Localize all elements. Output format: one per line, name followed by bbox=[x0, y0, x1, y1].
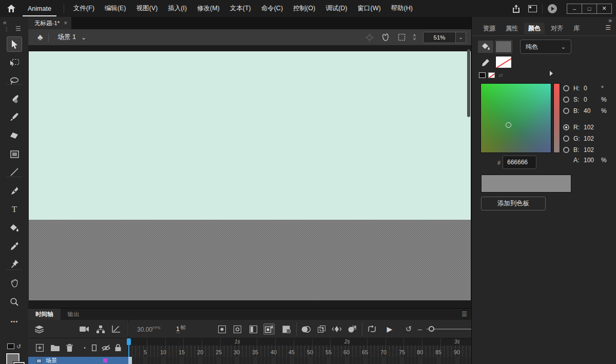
color-slider[interactable] bbox=[553, 83, 560, 153]
stage-vertical-scrollbar[interactable] bbox=[467, 49, 470, 117]
minimize-button[interactable]: – bbox=[567, 4, 582, 14]
clip-content-icon[interactable] bbox=[397, 33, 406, 42]
stroke-color-chip[interactable] bbox=[13, 362, 25, 364]
paint-bucket-tool[interactable] bbox=[7, 220, 22, 236]
create-tween-icon[interactable] bbox=[331, 323, 342, 335]
camera-icon[interactable] bbox=[79, 323, 90, 335]
loop-icon[interactable] bbox=[366, 323, 377, 335]
menu-edit[interactable]: 编辑(E) bbox=[100, 0, 131, 17]
r-radio-selected[interactable] bbox=[563, 124, 569, 130]
add-to-swatches-button[interactable]: 添加到色板 bbox=[481, 197, 546, 210]
timeline-menu-icon[interactable]: ☰ bbox=[461, 311, 467, 318]
playhead-handle[interactable] bbox=[127, 338, 131, 345]
insert-blank-keyframe-icon[interactable] bbox=[232, 323, 243, 335]
swap-colors-icon[interactable]: ↺ bbox=[16, 343, 21, 350]
highlight-column-icon[interactable]: • bbox=[80, 342, 90, 353]
new-folder-icon[interactable] bbox=[50, 342, 60, 353]
b-radio[interactable] bbox=[563, 108, 569, 114]
outline-column-icon[interactable] bbox=[89, 342, 99, 353]
menu-text[interactable]: 文本(T) bbox=[225, 0, 256, 17]
menu-modify[interactable]: 修改(M) bbox=[192, 0, 225, 17]
menu-debug[interactable]: 调试(D) bbox=[320, 0, 352, 17]
stage-canvas[interactable] bbox=[29, 51, 471, 220]
workspace-icon[interactable] bbox=[526, 3, 539, 14]
timeline-zoom-track[interactable] bbox=[427, 329, 478, 330]
g-radio[interactable] bbox=[563, 136, 569, 142]
layer-outline-color-swatch[interactable] bbox=[103, 358, 107, 362]
zoom-chevron-down-icon[interactable]: ⌄ bbox=[455, 32, 466, 43]
panel-menu-icon[interactable]: ☰ bbox=[605, 24, 611, 31]
lasso-tool[interactable] bbox=[7, 73, 22, 88]
timeline-ruler[interactable]: 1s 2s 3s 5 10 15 20 25 30 35 40 45 50 55… bbox=[128, 338, 471, 357]
auto-keyframe-icon[interactable] bbox=[263, 323, 275, 335]
fluid-brush-tool[interactable] bbox=[7, 91, 22, 107]
tab-close-icon[interactable]: × bbox=[64, 20, 67, 27]
tab-properties[interactable]: 属性 bbox=[502, 23, 522, 34]
layer-row[interactable]: 场景 bbox=[28, 357, 128, 364]
insert-keyframe-icon[interactable] bbox=[216, 323, 227, 335]
color-picker-marker[interactable] bbox=[506, 122, 511, 128]
stroke-pencil-icon[interactable] bbox=[478, 56, 493, 68]
center-stage-icon[interactable] bbox=[365, 33, 374, 42]
line-tool[interactable] bbox=[7, 164, 22, 180]
eyedropper-tool[interactable] bbox=[7, 238, 22, 254]
timeline-zoom-knob[interactable] bbox=[429, 326, 434, 332]
reset-timeline-zoom-icon[interactable]: ↺ bbox=[403, 323, 414, 335]
menu-help[interactable]: 帮助(H) bbox=[386, 0, 418, 17]
maximize-button[interactable]: □ bbox=[582, 4, 597, 14]
h-value[interactable]: 0 bbox=[584, 85, 601, 92]
eraser-tool[interactable] bbox=[7, 128, 22, 143]
remove-frame-icon[interactable] bbox=[281, 323, 292, 335]
zoom-tool[interactable] bbox=[7, 294, 22, 310]
new-layer-icon[interactable] bbox=[34, 342, 45, 353]
hide-all-eye-icon[interactable] bbox=[101, 342, 111, 353]
onion-skin-icon[interactable] bbox=[300, 323, 312, 335]
menu-control[interactable]: 控制(O) bbox=[288, 0, 320, 17]
lock-all-icon[interactable] bbox=[113, 342, 123, 353]
scene-chevron-down-icon[interactable]: ⌄ bbox=[81, 34, 86, 41]
menu-view[interactable]: 视图(V) bbox=[131, 0, 163, 17]
color-type-dropdown[interactable]: 纯色 ⌄ bbox=[520, 40, 571, 54]
h-radio[interactable] bbox=[563, 85, 569, 91]
zoom-control[interactable]: 51% ⌄ bbox=[423, 32, 466, 43]
subselection-transform-tool[interactable] bbox=[7, 55, 22, 70]
tab-timeline[interactable]: 时间轴 bbox=[28, 309, 61, 320]
play-icon[interactable]: ▶ bbox=[384, 323, 395, 335]
close-button[interactable]: ✕ bbox=[596, 4, 612, 14]
g-value[interactable]: 102 bbox=[584, 135, 601, 142]
s-radio[interactable] bbox=[563, 97, 569, 103]
text-tool[interactable]: T bbox=[7, 202, 22, 217]
b2-radio[interactable] bbox=[563, 147, 569, 153]
no-color-icon[interactable] bbox=[488, 72, 495, 78]
more-tools-icon[interactable]: ••• bbox=[7, 314, 22, 329]
zoom-stepper[interactable]: ˄ ˅ bbox=[413, 34, 416, 41]
fill-bucket-icon[interactable] bbox=[478, 41, 493, 53]
zoom-value[interactable]: 51% bbox=[424, 32, 455, 43]
layers-view-icon[interactable] bbox=[33, 323, 45, 335]
frames-row[interactable] bbox=[128, 357, 471, 364]
rectangle-tool[interactable] bbox=[7, 146, 22, 162]
a-value[interactable]: 100 bbox=[584, 157, 601, 164]
delete-layer-icon[interactable] bbox=[64, 342, 74, 353]
hex-input[interactable] bbox=[503, 156, 536, 169]
b-value[interactable]: 40 bbox=[584, 107, 601, 114]
stroke-color-swatch[interactable] bbox=[495, 56, 512, 68]
share-icon[interactable] bbox=[509, 3, 523, 14]
default-colors-icon[interactable] bbox=[479, 72, 486, 78]
rotate-hand-icon[interactable] bbox=[381, 33, 390, 42]
graph-editor-icon[interactable] bbox=[110, 323, 122, 335]
color-slider-marker[interactable] bbox=[550, 71, 553, 76]
edit-multiple-frames-icon[interactable] bbox=[316, 323, 327, 335]
home-icon[interactable] bbox=[0, 5, 23, 12]
tab-output[interactable]: 输出 bbox=[61, 309, 87, 320]
stepper-down-icon[interactable]: ˅ bbox=[413, 37, 416, 41]
menu-commands[interactable]: 命令(C) bbox=[256, 0, 288, 17]
tab-assets[interactable]: 资源 bbox=[479, 23, 499, 34]
app-tab-animate[interactable]: Animate bbox=[23, 1, 56, 16]
current-frame[interactable]: 1 bbox=[176, 325, 180, 333]
classic-brush-tool[interactable] bbox=[7, 109, 22, 125]
b2-value[interactable]: 102 bbox=[584, 146, 601, 154]
frame-rate[interactable]: 30.00FPS bbox=[137, 325, 161, 333]
fill-color-swatch[interactable] bbox=[495, 41, 512, 53]
tab-library[interactable]: 库 bbox=[569, 23, 584, 34]
